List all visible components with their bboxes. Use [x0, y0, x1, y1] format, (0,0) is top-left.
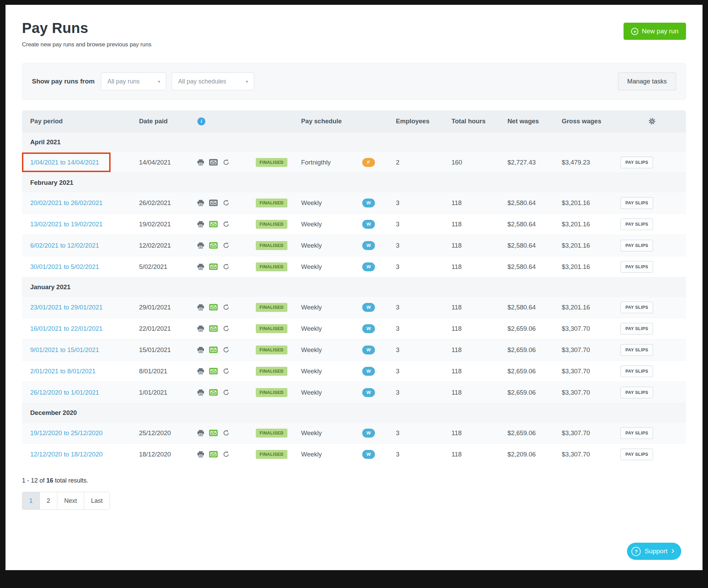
printer-icon[interactable]	[197, 347, 204, 353]
pay-period-link[interactable]: 30/01/2021 to 5/02/2021	[30, 263, 99, 270]
pay-run-row[interactable]: 1/04/2021 to 14/04/2021 14/04/2021	[22, 151, 686, 173]
refresh-icon[interactable]	[223, 368, 229, 374]
printer-icon[interactable]	[197, 159, 204, 166]
info-icon[interactable]: i	[197, 117, 205, 125]
column-header-gross-wages[interactable]: Gross wages	[555, 117, 615, 125]
email-icon[interactable]	[209, 159, 218, 166]
printer-icon[interactable]	[197, 242, 204, 249]
pay-period-link[interactable]: 13/02/2021 to 19/02/2021	[30, 220, 103, 228]
pay-run-row[interactable]: 20/02/2021 to 26/02/2021 26/02/2021	[22, 192, 686, 213]
pay-run-row[interactable]: 19/12/2020 to 25/12/2020 25/12/2020	[22, 422, 686, 443]
pay-slips-button[interactable]: PAY SLIPS	[620, 261, 653, 273]
refresh-icon[interactable]	[223, 221, 229, 227]
printer-icon[interactable]	[197, 200, 204, 206]
email-icon[interactable]	[209, 368, 218, 374]
pay-runs-dropdown[interactable]: All pay runs ▾	[101, 72, 166, 90]
printer-icon[interactable]	[197, 389, 204, 396]
pay-schedules-dropdown[interactable]: All pay schedules ▾	[172, 72, 254, 90]
refresh-icon[interactable]	[223, 389, 229, 396]
pay-slips-button[interactable]: PAY SLIPS	[620, 157, 653, 168]
employees-cell: 3	[390, 389, 445, 396]
pay-slips-button[interactable]: PAY SLIPS	[620, 302, 653, 313]
email-icon[interactable]	[209, 451, 218, 457]
column-header-pay-schedule[interactable]: Pay schedule	[295, 117, 390, 125]
page-button-2[interactable]: 2	[39, 492, 57, 510]
email-icon[interactable]	[209, 263, 218, 270]
email-icon[interactable]	[209, 242, 218, 249]
email-icon[interactable]	[209, 200, 218, 206]
pay-run-row[interactable]: 30/01/2021 to 5/02/2021 5/02/2021	[22, 256, 686, 277]
printer-icon[interactable]	[197, 326, 204, 332]
pay-period-link[interactable]: 9/01/2021 to 15/01/2021	[30, 346, 99, 353]
pay-slips-button[interactable]: PAY SLIPS	[620, 449, 653, 460]
printer-icon[interactable]	[197, 264, 204, 270]
column-header-net-wages[interactable]: Net wages	[501, 117, 555, 125]
page-button-1[interactable]: 1	[22, 492, 40, 510]
pay-slips-cell: PAY SLIPS	[615, 323, 686, 335]
pay-period-link[interactable]: 2/01/2021 to 8/01/2021	[30, 368, 95, 375]
pay-slips-button[interactable]: PAY SLIPS	[620, 427, 653, 439]
refresh-icon[interactable]	[223, 263, 229, 270]
pay-slips-button[interactable]: PAY SLIPS	[620, 365, 653, 377]
column-header-employees[interactable]: Employees	[390, 117, 445, 125]
filter-label: Show pay runs from	[32, 78, 95, 85]
printer-icon[interactable]	[197, 430, 204, 436]
pay-period-link[interactable]: 19/12/2020 to 25/12/2020	[30, 429, 103, 437]
pay-run-row[interactable]: 13/02/2021 to 19/02/2021 19/02/2021	[22, 213, 686, 235]
pay-period-link[interactable]: 20/02/2021 to 26/02/2021	[30, 199, 103, 206]
email-icon[interactable]	[209, 430, 218, 436]
pay-period-link[interactable]: 16/01/2021 to 22/01/2021	[30, 325, 103, 332]
printer-icon[interactable]	[197, 451, 204, 457]
pay-slips-button[interactable]: PAY SLIPS	[620, 218, 653, 230]
pay-period-link[interactable]: 26/12/2020 to 1/01/2021	[30, 389, 99, 396]
support-button[interactable]: ? Support ›	[627, 543, 681, 560]
pay-run-row[interactable]: 6/02/2021 to 12/02/2021 12/02/2021	[22, 235, 686, 256]
pay-slips-button[interactable]: PAY SLIPS	[620, 197, 653, 209]
total-hours-cell: 118	[445, 346, 501, 354]
email-icon[interactable]	[209, 389, 218, 396]
printer-icon[interactable]	[197, 221, 204, 227]
refresh-icon[interactable]	[223, 347, 229, 353]
pay-run-row[interactable]: 16/01/2021 to 22/01/2021 22/01/2021	[22, 318, 686, 339]
group-header-row: April 2021	[22, 132, 686, 151]
column-header-date-paid[interactable]: Date paid	[132, 117, 193, 125]
refresh-icon[interactable]	[223, 430, 229, 436]
refresh-icon[interactable]	[223, 200, 229, 206]
page-button-last[interactable]: Last	[84, 492, 110, 510]
pay-run-row[interactable]: 9/01/2021 to 15/01/2021 15/01/2021	[22, 339, 686, 360]
email-icon[interactable]	[209, 304, 218, 310]
email-icon[interactable]	[209, 325, 218, 332]
column-header-total-hours[interactable]: Total hours	[445, 117, 501, 125]
refresh-icon[interactable]	[223, 159, 229, 166]
manage-tasks-button[interactable]: Manage tasks	[618, 72, 676, 90]
refresh-icon[interactable]	[223, 304, 229, 310]
gross-wages-cell: $3,201.16	[555, 304, 615, 311]
pay-period-link[interactable]: 23/01/2021 to 29/01/2021	[30, 304, 103, 311]
pay-period-link[interactable]: 12/12/2020 to 18/12/2020	[30, 451, 103, 458]
pay-run-row[interactable]: 26/12/2020 to 1/01/2021 1/01/2021	[22, 382, 686, 403]
email-icon[interactable]	[209, 221, 218, 227]
printer-icon[interactable]	[197, 304, 204, 310]
column-header-pay-period[interactable]: Pay period	[22, 117, 132, 125]
new-pay-run-button[interactable]: + New pay run	[624, 23, 686, 40]
actions-cell: FINALISED	[193, 241, 295, 250]
pay-run-row[interactable]: 23/01/2021 to 29/01/2021 29/01/2021	[22, 296, 686, 318]
refresh-icon[interactable]	[223, 242, 229, 249]
email-icon[interactable]	[209, 347, 218, 353]
gross-wages-cell: $3,307.70	[555, 325, 615, 332]
pay-slips-button[interactable]: PAY SLIPS	[620, 240, 653, 251]
pay-run-row[interactable]: 2/01/2021 to 8/01/2021 8/01/2021	[22, 360, 686, 382]
status-badge: FINALISED	[256, 158, 287, 167]
pay-slips-button[interactable]: PAY SLIPS	[620, 323, 653, 335]
page-button-next[interactable]: Next	[57, 492, 84, 510]
refresh-icon[interactable]	[223, 325, 229, 332]
printer-icon[interactable]	[197, 368, 204, 374]
pay-slips-button[interactable]: PAY SLIPS	[620, 387, 653, 398]
refresh-icon[interactable]	[223, 451, 229, 457]
pay-period-link[interactable]: 6/02/2021 to 12/02/2021	[30, 242, 99, 249]
employees-cell: 3	[390, 429, 445, 437]
pay-run-row[interactable]: 12/12/2020 to 18/12/2020 18/12/2020	[22, 443, 686, 465]
pay-slips-button[interactable]: PAY SLIPS	[620, 344, 653, 356]
gear-icon[interactable]	[648, 117, 656, 125]
pay-period-link[interactable]: 1/04/2021 to 14/04/2021	[30, 159, 99, 166]
